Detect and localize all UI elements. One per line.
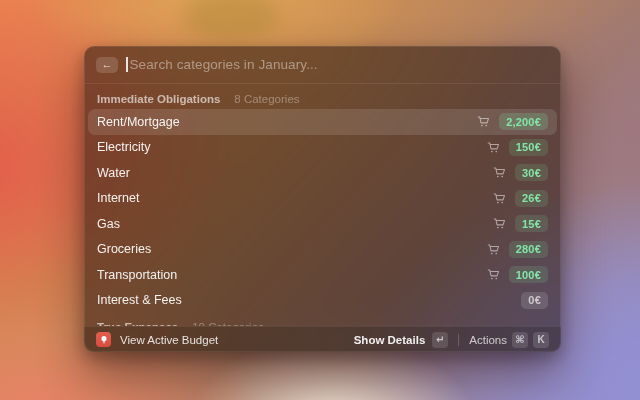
cart-icon [487, 243, 500, 256]
amount-badge: 0€ [521, 292, 548, 309]
category-name: Gas [97, 217, 120, 231]
k-key-icon: K [533, 332, 549, 348]
search-placeholder: Search categories in January... [130, 57, 318, 72]
amount-badge: 30€ [515, 164, 548, 181]
amount-badge: 150€ [509, 139, 548, 156]
command-palette-window: ← Search categories in January... Immedi… [84, 46, 561, 352]
category-name: Electricity [97, 140, 150, 154]
cart-icon [487, 268, 500, 281]
footer-divider [458, 334, 459, 346]
category-list: Immediate Obligations 8 Categories Rent/… [84, 84, 561, 326]
section-header-immediate-obligations: Immediate Obligations 8 Categories [84, 89, 561, 109]
category-row-transportation[interactable]: Transportation 100€ [88, 262, 557, 288]
category-row-internet[interactable]: Internet 26€ [88, 186, 557, 212]
category-row-electricity[interactable]: Electricity 150€ [88, 135, 557, 161]
category-name: Interest & Fees [97, 293, 182, 307]
budget-app-icon [96, 332, 111, 347]
show-details-label: Show Details [354, 334, 426, 346]
cart-icon [493, 166, 506, 179]
cart-icon [477, 115, 490, 128]
category-name: Water [97, 166, 130, 180]
back-arrow-icon: ← [102, 59, 113, 70]
category-row-interest-fees[interactable]: Interest & Fees 0€ [88, 288, 557, 314]
category-row-rent-mortgage[interactable]: Rent/Mortgage 2,200€ [88, 109, 557, 135]
category-row-gas[interactable]: Gas 15€ [88, 211, 557, 237]
search-bar[interactable]: ← Search categories in January... [84, 46, 561, 84]
back-button[interactable]: ← [96, 57, 118, 73]
command-key-icon: ⌘ [512, 332, 528, 348]
text-caret [126, 57, 128, 72]
category-row-water[interactable]: Water 30€ [88, 160, 557, 186]
amount-badge: 280€ [509, 241, 548, 258]
amount-badge: 15€ [515, 215, 548, 232]
action-bar: View Active Budget Show Details ↵ Action… [84, 326, 561, 352]
amount-badge: 26€ [515, 190, 548, 207]
show-details-button[interactable]: Show Details ↵ [354, 332, 449, 348]
category-row-groceries[interactable]: Groceries 280€ [88, 237, 557, 263]
category-name: Groceries [97, 242, 151, 256]
cart-icon [487, 141, 500, 154]
command-title: View Active Budget [120, 334, 218, 346]
actions-button[interactable]: Actions ⌘ K [469, 332, 549, 348]
category-name: Transportation [97, 268, 177, 282]
cart-icon [493, 192, 506, 205]
actions-label: Actions [469, 334, 507, 346]
section-title: Immediate Obligations [97, 93, 220, 105]
wallpaper-blob [183, 0, 279, 40]
amount-badge: 100€ [509, 266, 548, 283]
category-name: Internet [97, 191, 139, 205]
cart-icon [493, 217, 506, 230]
category-name: Rent/Mortgage [97, 115, 180, 129]
section-header-true-expenses: True Expenses 10 Categories [84, 317, 561, 326]
section-count: 8 Categories [234, 93, 299, 105]
return-key-icon: ↵ [432, 332, 448, 348]
amount-badge: 2,200€ [499, 113, 548, 130]
